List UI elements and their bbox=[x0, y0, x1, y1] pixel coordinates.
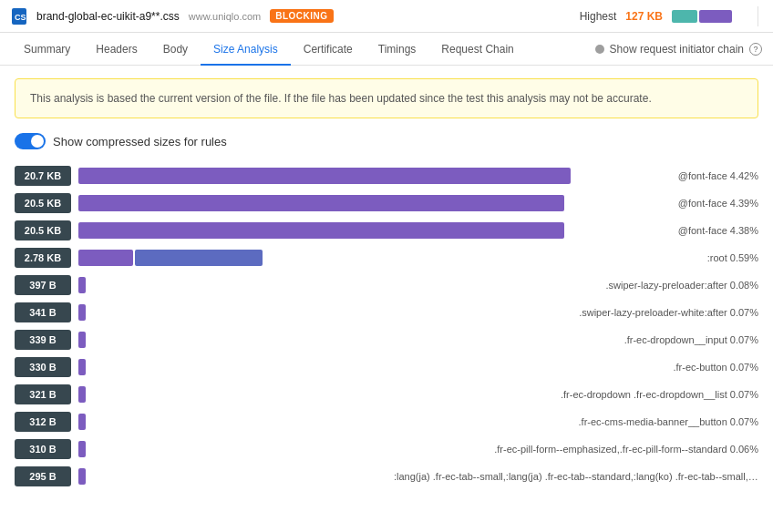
bar-label: .swiper-lazy-preloader:after 0.08% bbox=[605, 280, 758, 291]
header-bar: CSS brand-global-ec-uikit-a9**.css www.u… bbox=[0, 0, 773, 33]
tab-headers[interactable]: Headers bbox=[83, 33, 149, 66]
size-badge: 312 B bbox=[15, 412, 71, 432]
waterfall-bar bbox=[672, 10, 745, 23]
bar-fill bbox=[78, 304, 86, 321]
bar-fill bbox=[78, 195, 564, 211]
main-content: This analysis is based the current versi… bbox=[0, 66, 773, 501]
bar-container bbox=[78, 277, 593, 293]
initiator-label: Show request initiator chain bbox=[610, 43, 744, 56]
file-url: www.uniqlo.com bbox=[189, 11, 261, 22]
bar-label: @font-face 4.38% bbox=[678, 225, 758, 236]
bar-container bbox=[78, 332, 612, 348]
size-badge: 330 B bbox=[15, 357, 71, 377]
size-badge: 339 B bbox=[15, 330, 71, 350]
size-row: 20.5 KB@font-face 4.38% bbox=[15, 219, 758, 242]
bar-container bbox=[78, 250, 695, 266]
compressed-sizes-toggle[interactable] bbox=[15, 133, 46, 149]
bar-fill bbox=[78, 222, 564, 239]
file-name: brand-global-ec-uikit-a9**.css bbox=[36, 10, 180, 23]
file-size: 127 KB bbox=[625, 10, 663, 23]
bar-label: :root 0.59% bbox=[707, 252, 758, 263]
bar-fill bbox=[78, 359, 86, 375]
size-row: 310 B.fr-ec-pill-form--emphasized,.fr-ec… bbox=[15, 437, 758, 461]
size-badge: 20.5 KB bbox=[15, 220, 71, 240]
bar-fill-secondary bbox=[135, 250, 263, 266]
tab-request-chain[interactable]: Request Chain bbox=[428, 33, 526, 66]
size-badge: 295 B bbox=[15, 466, 71, 486]
bar-container bbox=[78, 222, 665, 239]
bar-container bbox=[78, 359, 660, 375]
tab-timings[interactable]: Timings bbox=[366, 33, 429, 66]
toggle-label: Show compressed sizes for rules bbox=[53, 135, 227, 148]
size-badge: 321 B bbox=[15, 384, 71, 404]
warning-text: This analysis is based the current versi… bbox=[30, 92, 652, 105]
size-row: 339 B.fr-ec-dropdown__input 0.07% bbox=[15, 328, 758, 352]
size-badge: 341 B bbox=[15, 302, 71, 322]
bar-container bbox=[78, 386, 548, 403]
tab-certificate[interactable]: Certificate bbox=[291, 33, 366, 66]
initiator-dot bbox=[595, 45, 604, 54]
bar-container bbox=[78, 195, 665, 211]
css-icon: CSS bbox=[11, 8, 27, 25]
svg-text:CSS: CSS bbox=[15, 13, 26, 22]
waterfall-seg1 bbox=[672, 10, 697, 23]
bar-fill bbox=[78, 468, 86, 485]
bar-label: .fr-ec-button 0.07% bbox=[673, 362, 758, 373]
bar-container bbox=[78, 414, 566, 430]
bar-container bbox=[78, 468, 381, 485]
size-row: 330 B.fr-ec-button 0.07% bbox=[15, 355, 758, 379]
bar-container bbox=[78, 304, 566, 321]
bar-label: .fr-ec-pill-form--emphasized,.fr-ec-pill… bbox=[494, 444, 758, 455]
vertical-divider bbox=[758, 6, 758, 26]
size-row: 312 B.fr-ec-cms-media-banner__button 0.0… bbox=[15, 410, 758, 434]
bar-fill bbox=[78, 414, 86, 430]
bar-label: :lang(ja) .fr-ec-tab--small,:lang(ja) .f… bbox=[394, 471, 758, 482]
bar-fill bbox=[78, 277, 86, 293]
tab-body[interactable]: Body bbox=[150, 33, 201, 66]
size-rows: 20.7 KB@font-face 4.42%20.5 KB@font-face… bbox=[15, 164, 758, 488]
size-row: 295 B:lang(ja) .fr-ec-tab--small,:lang(j… bbox=[15, 465, 758, 488]
priority-label: Highest bbox=[580, 10, 617, 23]
bar-fill bbox=[78, 332, 86, 348]
size-row: 20.5 KB@font-face 4.39% bbox=[15, 191, 758, 215]
bar-label: @font-face 4.42% bbox=[678, 170, 758, 181]
size-row: 321 B.fr-ec-dropdown .fr-ec-dropdown__li… bbox=[15, 383, 758, 406]
tabs-right: Show request initiator chain ? bbox=[595, 43, 762, 56]
size-row: 20.7 KB@font-face 4.42% bbox=[15, 164, 758, 188]
tab-size-analysis[interactable]: Size Analysis bbox=[201, 33, 291, 66]
size-badge: 310 B bbox=[15, 439, 71, 459]
size-row: 2.78 KB:root 0.59% bbox=[15, 246, 758, 270]
tabs-bar: Summary Headers Body Size Analysis Certi… bbox=[0, 33, 773, 66]
waterfall-seg2 bbox=[699, 10, 732, 23]
size-badge: 2.78 KB bbox=[15, 248, 71, 268]
size-row: 397 B.swiper-lazy-preloader:after 0.08% bbox=[15, 273, 758, 297]
bar-label: .fr-ec-dropdown .fr-ec-dropdown__list 0.… bbox=[561, 389, 758, 400]
size-badge: 397 B bbox=[15, 275, 71, 295]
help-icon[interactable]: ? bbox=[749, 43, 762, 56]
toggle-row: Show compressed sizes for rules bbox=[15, 133, 758, 149]
bar-label: @font-face 4.39% bbox=[678, 198, 758, 209]
bar-container bbox=[78, 441, 481, 457]
bar-fill bbox=[78, 441, 86, 457]
bar-label: .swiper-lazy-preloader-white:after 0.07% bbox=[579, 307, 758, 318]
blocking-badge: BLOCKING bbox=[270, 9, 333, 23]
tab-summary[interactable]: Summary bbox=[11, 33, 83, 66]
bar-label: .fr-ec-dropdown__input 0.07% bbox=[624, 334, 758, 345]
size-badge: 20.7 KB bbox=[15, 166, 71, 186]
bar-fill bbox=[78, 386, 86, 403]
bar-fill bbox=[78, 168, 571, 184]
warning-banner: This analysis is based the current versi… bbox=[15, 78, 758, 118]
size-badge: 20.5 KB bbox=[15, 193, 71, 213]
bar-container bbox=[78, 168, 665, 184]
bar-label: .fr-ec-cms-media-banner__button 0.07% bbox=[579, 416, 758, 427]
size-row: 341 B.swiper-lazy-preloader-white:after … bbox=[15, 301, 758, 324]
bar-fill-primary bbox=[78, 250, 133, 266]
